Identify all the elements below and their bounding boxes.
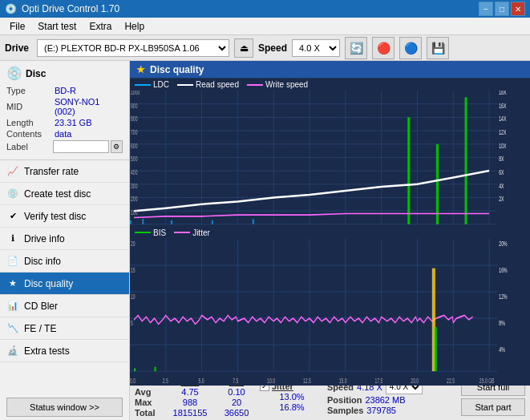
svg-text:800: 800	[131, 115, 138, 122]
svg-text:20%: 20%	[499, 239, 507, 248]
chart1-svg: 18X 16X 14X 12X 10X 8X 6X 4X 2X 1000 900…	[130, 91, 530, 238]
disc-quality-icon: ★	[6, 277, 19, 290]
drive-select[interactable]: (E:) PLEXTOR BD-R PX-LB950SA 1.06	[37, 39, 229, 57]
disc-length-row: Length 23.31 GB	[6, 118, 123, 127]
svg-text:2.5: 2.5	[163, 376, 168, 385]
sidebar-item-create-test-disc[interactable]: 💿 Create test disc	[0, 183, 129, 205]
svg-rect-23	[142, 219, 144, 224]
stats-jitter-col: ✓ Jitter 13.0% 16.8%	[260, 382, 324, 413]
disc-info-icon: 📄	[6, 255, 19, 268]
svg-text:100: 100	[131, 209, 138, 216]
menu-extra[interactable]: Extra	[83, 19, 118, 34]
disc-type-label: Type	[6, 86, 55, 95]
jitter-legend-color	[174, 232, 190, 233]
sidebar-item-drive-info-label: Drive info	[24, 233, 65, 244]
stats-avg-bis: 0.10	[216, 387, 257, 397]
sidebar-item-extra-tests[interactable]: 🔬 Extra tests	[0, 340, 129, 362]
svg-text:600: 600	[131, 142, 138, 148]
stats-max-row: Max 988 20	[135, 398, 257, 407]
write-speed-legend-color	[247, 84, 263, 86]
minimize-button[interactable]: −	[479, 2, 493, 16]
position-row: Position 23862 MB	[327, 395, 458, 405]
svg-text:16X: 16X	[499, 102, 506, 108]
transfer-rate-icon: 📈	[6, 165, 19, 178]
chart-header-title: Disc quality	[150, 64, 204, 75]
chart-header: ★ Disc quality	[130, 61, 530, 79]
svg-text:0.0: 0.0	[130, 376, 136, 385]
title-bar-left: 💿 Opti Drive Control 1.70	[5, 3, 119, 14]
stats-max-jitter: 16.8%	[260, 402, 324, 412]
sidebar-item-disc-info[interactable]: 📄 Disc info	[0, 250, 129, 273]
svg-text:300: 300	[131, 183, 138, 189]
stats-total-ldc: 1815155	[170, 408, 210, 418]
sidebar-item-disc-quality[interactable]: ★ Disc quality	[0, 273, 129, 295]
start-part-button[interactable]: Start part	[461, 398, 525, 416]
svg-text:500: 500	[131, 155, 138, 162]
sidebar-item-verify-test-disc[interactable]: ✔ Verify test disc	[0, 205, 129, 228]
disc-mid-row: MID SONY-NO1 (002)	[6, 97, 123, 116]
extra-tests-icon: 🔬	[6, 345, 19, 357]
svg-text:5: 5	[131, 318, 133, 327]
disc-label-label: Label	[6, 142, 53, 151]
menu-start-test[interactable]: Start test	[31, 19, 83, 34]
disc-mid-label: MID	[6, 102, 55, 111]
svg-text:8X: 8X	[499, 155, 504, 162]
app-title: Opti Drive Control 1.70	[22, 3, 119, 14]
disc-label-input[interactable]	[53, 140, 109, 153]
svg-text:10: 10	[131, 292, 136, 301]
status-window-button[interactable]: Status window >>	[6, 398, 123, 417]
stats-avg-row: Avg 4.75 0.10	[135, 387, 257, 397]
speed-label: Speed	[258, 42, 287, 54]
title-bar: 💿 Opti Drive Control 1.70 − □ ✕	[0, 0, 530, 18]
menu-file[interactable]: File	[3, 19, 31, 34]
svg-text:16%: 16%	[499, 265, 507, 274]
menu-help[interactable]: Help	[118, 19, 151, 34]
svg-text:20: 20	[131, 239, 136, 248]
chart1-legend: LDC Read speed Write speed	[130, 79, 530, 91]
svg-text:10.0: 10.0	[267, 376, 275, 385]
bis-legend-color	[135, 232, 151, 233]
title-bar-controls: − □ ✕	[479, 2, 525, 16]
sidebar-item-fe-te[interactable]: 📉 FE / TE	[0, 317, 129, 340]
verify-button[interactable]: 🔵	[399, 37, 422, 59]
svg-rect-80	[435, 327, 437, 371]
svg-text:17.5: 17.5	[375, 376, 383, 385]
eject-button[interactable]: ⏏	[234, 38, 253, 58]
svg-text:200: 200	[131, 196, 138, 202]
svg-text:12.5: 12.5	[303, 376, 311, 385]
maximize-button[interactable]: □	[495, 2, 509, 16]
cd-bler-icon: 📊	[6, 300, 19, 313]
refresh-button[interactable]: 🔄	[345, 37, 367, 59]
sidebar-item-drive-info[interactable]: ℹ Drive info	[0, 228, 129, 250]
burn-button[interactable]: 🔴	[372, 37, 394, 59]
svg-text:15.0: 15.0	[339, 376, 347, 385]
chart1-legend-write: Write speed	[247, 80, 308, 89]
svg-text:20.0: 20.0	[411, 376, 419, 385]
disc-header: 💿 Disc	[6, 66, 123, 81]
disc-title: Disc	[26, 68, 46, 79]
disc-contents-label: Contents	[6, 129, 55, 139]
save-button[interactable]: 💾	[427, 37, 449, 59]
sidebar-item-verify-test-disc-label: Verify test disc	[24, 211, 86, 222]
svg-text:2X: 2X	[499, 196, 504, 202]
fe-te-icon: 📉	[6, 322, 19, 335]
content-area: ★ Disc quality LDC Read speed	[130, 61, 530, 420]
sidebar-item-extra-tests-label: Extra tests	[24, 345, 70, 357]
speed-select[interactable]: 4.0 X 2.0 X 1.0 X	[292, 39, 340, 57]
svg-text:12%: 12%	[499, 292, 507, 301]
sidebar-item-disc-quality-label: Disc quality	[24, 278, 73, 289]
close-button[interactable]: ✕	[511, 2, 525, 16]
position-label: Position	[327, 395, 362, 405]
sidebar-item-transfer-rate[interactable]: 📈 Transfer rate	[0, 160, 129, 183]
create-test-disc-icon: 💿	[6, 188, 19, 200]
svg-text:400: 400	[131, 169, 138, 176]
chart2-legend-jitter: Jitter	[174, 228, 210, 237]
stats-avg-ldc: 4.75	[170, 387, 210, 397]
disc-icon: 💿	[6, 66, 22, 81]
svg-rect-24	[171, 220, 172, 224]
samples-value: 379785	[366, 406, 396, 415]
disc-contents-value: data	[55, 129, 71, 139]
sidebar-item-cd-bler[interactable]: 📊 CD Bler	[0, 295, 129, 317]
read-speed-legend-color	[177, 84, 193, 86]
disc-label-set-button[interactable]: ⚙	[111, 140, 123, 153]
